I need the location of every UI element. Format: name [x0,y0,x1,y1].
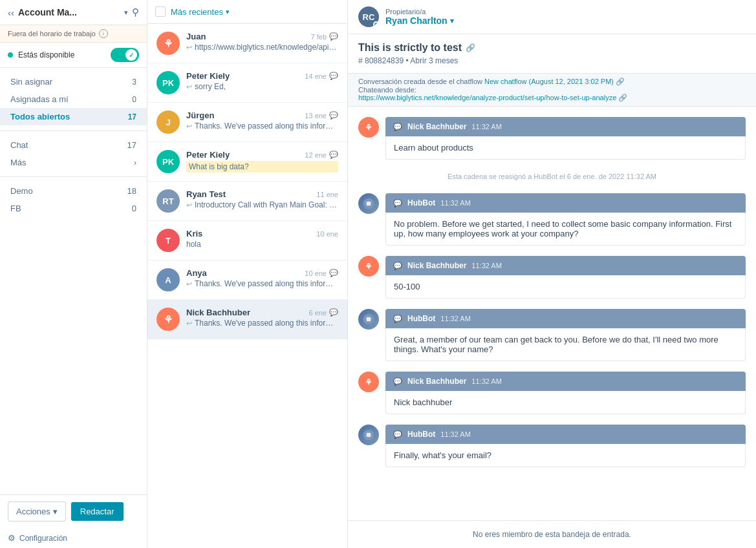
conv-list-header: Más recientes ▾ [147,0,347,24]
main-content: RC Propietario/a Ryan Charlton ▾ This is… [348,0,756,548]
chevron-down-icon[interactable]: ▾ [124,8,128,17]
reply-icon: ↩ [186,83,192,91]
avatar: PK [157,71,180,94]
sidebar-item-sin-asignar[interactable]: Sin asignar 3 [0,73,147,90]
conv-item[interactable]: RT Ryan Test 11 ene ↩ Introductory Call … [147,182,347,221]
external-link-icon[interactable]: 🔗 [466,43,475,52]
conv-name: Jürgen [186,111,214,120]
msg-content: 💬 Nick Bachhuber 11:32 AM Learn about pr… [385,117,746,160]
msg-sender-name: Nick Bachhuber [407,122,466,131]
msg-sender-name: Nick Bachhuber [407,261,466,270]
sort-label: Más recientes [171,7,223,17]
conv-item[interactable]: PK Peter Kiely 12 ene 💬 What is big data… [147,142,347,182]
owner-name[interactable]: Ryan Charlton ▾ [385,16,746,26]
section-label: Chat [10,140,28,150]
system-message: Esta cadena se reasignó a HubBot el 6 de… [358,170,746,183]
conv-content: Ryan Test 11 ene ↩ Introductory Call wit… [186,189,338,209]
sort-button[interactable]: Más recientes ▾ [171,7,230,17]
sidebar-section: Chat 17 Más › [0,131,147,177]
conv-date: 6 ene 💬 [308,308,338,317]
conv-item[interactable]: ⚘ Juan 7 feb 💬 ↩ https://www.biglytics.n… [147,24,347,63]
conv-content: Peter Kiely 12 ene 💬 What is big data? [186,150,338,173]
chevron-down-icon: ▾ [450,17,454,25]
msg-time: 11:32 AM [471,262,501,269]
chat-url-link[interactable]: https://www.biglytics.net/knowledge/anal… [358,94,616,101]
sidebar-item-mas[interactable]: Más › [0,154,147,171]
conv-preview: ↩ Introductory Call with Ryan Main Goal:… [186,200,338,209]
sidebar-item-chat[interactable]: Chat 17 [0,136,147,154]
section-count: 17 [127,140,136,150]
chat-bubble-icon: 💬 [329,72,338,80]
conv-top: Nick Bachhuber 6 ene 💬 [186,308,338,317]
availability-toggle[interactable]: ✓ [111,48,139,62]
chatflow-link[interactable]: New chatflow (August 12, 2021 3:02 PM) [484,78,614,85]
conv-preview-text: sorry Ed, [195,82,338,91]
conv-preview: ↩ sorry Ed, [186,82,338,91]
conv-content: Anya 10 ene 💬 ↩ Thanks. We've passed alo… [186,268,338,288]
msg-avatar-bot [358,425,379,445]
group-count: 18 [127,186,136,196]
chat-icon: 💬 [393,199,402,207]
conv-item[interactable]: J Jürgen 13 ene 💬 ↩ Thanks. We've passed… [147,103,347,142]
chat-icon: 💬 [393,123,402,131]
chat-bubble-icon: 💬 [329,111,338,120]
msg-avatar: ⚘ [358,117,379,138]
avatar: PK [157,150,180,173]
conv-item-selected[interactable]: ⚘ Nick Bachhuber 6 ene 💬 ↩ Thanks. We've… [147,300,347,339]
conv-name: Anya [186,268,207,278]
msg-header: 💬 Nick Bachhuber 11:32 AM [385,256,746,275]
nav-label: Todos abiertos [10,112,70,121]
conv-name: Nick Bachhuber [186,308,250,317]
select-all-checkbox[interactable] [155,6,166,17]
sidebar-group-demo[interactable]: Demo 18 [0,182,147,200]
config-row[interactable]: ⚙ Configuración [0,528,147,548]
acciones-button[interactable]: Acciones ▾ [8,501,66,522]
back-icon[interactable]: ‹‹ [8,7,14,18]
conv-preview-text: Thanks. We've passed along this informat… [195,121,338,131]
conv-item[interactable]: PK Peter Kiely 14 ene 💬 ↩ sorry Ed, [147,63,347,103]
msg-time: 11:32 AM [440,430,470,438]
conv-date: 13 ene 💬 [305,111,338,120]
conv-preview-text: Thanks. We've passed along this informat… [195,319,338,328]
conv-preview-text: hola [186,240,338,249]
search-icon[interactable]: ⚲ [132,6,139,18]
group-label: FB [10,204,21,213]
message-group: ⚘ 💬 Nick Bachhuber 11:32 AM Nick bachhub… [358,372,746,414]
sidebar-group-fb[interactable]: FB 0 [0,200,147,217]
svg-rect-1 [367,202,371,206]
avatar: RT [157,189,180,213]
section-label: Más [10,158,27,167]
conv-preview-text: Thanks. We've passed along this informat… [195,279,338,288]
msg-content: 💬 HubBot 11:32 AM Great, a member of our… [385,309,746,361]
redactar-button[interactable]: Redactar [71,502,124,521]
sort-chevron-icon: ▾ [226,8,230,16]
sidebar-item-todos-abiertos[interactable]: Todos abiertos 17 [0,108,147,125]
conv-preview: ↩ Thanks. We've passed along this inform… [186,319,338,328]
sidebar: ‹‹ Account Ma... ▾ ⚲ Fuera del horario d… [0,0,147,548]
gear-icon: ⚙ [8,533,16,543]
conv-name: Juan [186,32,206,41]
conv-detail-header: This is strictly to test 🔗 # 808824839 •… [348,34,756,74]
conv-item[interactable]: A Anya 10 ene 💬 ↩ Thanks. We've passed a… [147,260,347,300]
chat-icon: 💬 [393,262,402,270]
msg-time: 11:32 AM [440,199,470,207]
sidebar-nav: Sin asignar 3 Asignadas a mí 0 Todos abi… [0,68,147,131]
conv-item[interactable]: T Kris 10 ene hola [147,221,347,260]
conv-meta: # 808824839 • Abrir 3 meses [358,56,746,65]
acciones-label: Acciones [16,507,50,516]
conv-date: 14 ene 💬 [305,72,338,80]
conv-top: Anya 10 ene 💬 [186,268,338,278]
info-icon[interactable]: i [99,29,108,38]
reply-icon: ↩ [186,201,192,209]
msg-time: 11:32 AM [471,123,501,131]
msg-header: 💬 Nick Bachhuber 11:32 AM [385,117,746,136]
toggle-knob: ✓ [125,49,137,61]
avatar: J [157,111,180,134]
msg-content: 💬 HubBot 11:32 AM No problem. Before we … [385,193,746,246]
msg-content: 💬 Nick Bachhuber 11:32 AM 50-100 [385,256,746,299]
conv-date: 10 ene 💬 [305,269,338,277]
conv-content: Nick Bachhuber 6 ene 💬 ↩ Thanks. We've p… [186,308,338,328]
chat-icon: 💬 [393,430,402,439]
chat-bubble-icon: 💬 [329,32,338,41]
sidebar-item-asignadas[interactable]: Asignadas a mí 0 [0,90,147,108]
